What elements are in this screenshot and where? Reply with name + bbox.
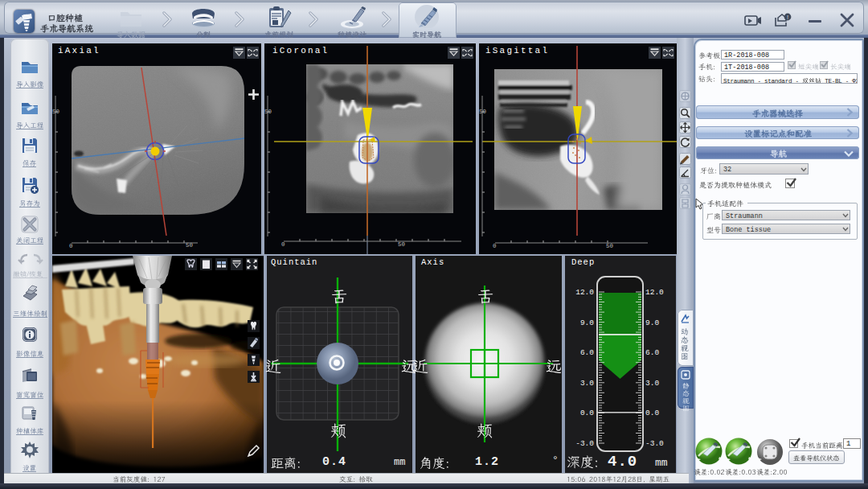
svg-text:50: 50 [606,243,614,249]
svg-text:9.0: 9.0 [580,318,594,327]
svg-text:6.0: 6.0 [580,348,594,357]
svg-text:!: ! [787,14,788,21]
svg-text:6.0: 6.0 [645,348,659,357]
svg-text:0: 0 [493,243,497,249]
svg-text:3.0: 3.0 [580,379,594,388]
svg-text:50: 50 [479,109,487,115]
svg-text:50: 50 [264,109,272,115]
svg-text:-3.0: -3.0 [575,439,594,448]
svg-text:0.0: 0.0 [645,409,659,417]
svg-text:50: 50 [52,109,60,115]
svg-text:3.0: 3.0 [645,379,659,388]
svg-text:9.0: 9.0 [645,318,659,327]
svg-text:12.0: 12.0 [575,288,594,297]
svg-text:50: 50 [186,242,194,249]
svg-text:-3.0: -3.0 [645,439,664,448]
svg-text:0: 0 [281,241,285,248]
svg-text:0.0: 0.0 [580,409,594,417]
svg-text:50: 50 [398,241,406,248]
svg-text:0: 0 [69,243,73,249]
svg-text:12.0: 12.0 [645,288,664,297]
